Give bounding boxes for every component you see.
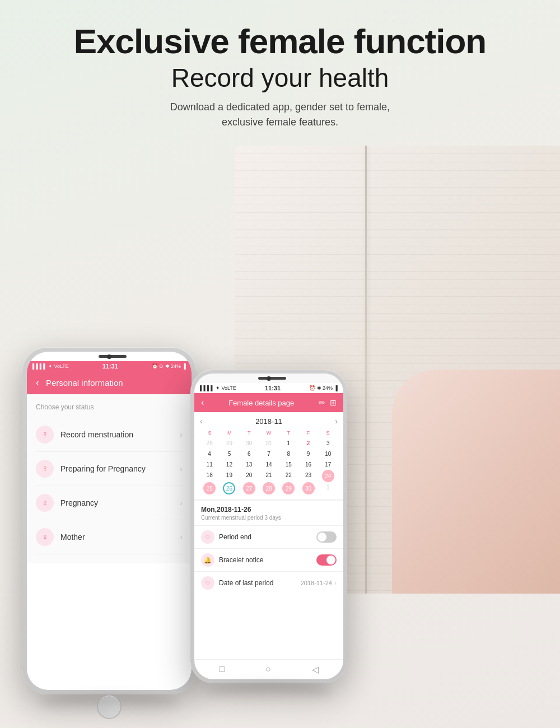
cal-29[interactable]: 29 (220, 438, 239, 449)
cal-next[interactable]: › (335, 417, 338, 426)
back-arrow-1[interactable]: ‹ (36, 377, 39, 389)
cal-13[interactable]: 13 (240, 459, 259, 470)
cal-4[interactable]: 4 (200, 449, 219, 459)
menu-item-pregnancy[interactable]: ♀ Pregnancy › (36, 486, 183, 520)
menu-arrow-preparing: › (180, 464, 183, 473)
speaker-bar (99, 355, 127, 358)
cal-20[interactable]: 20 (240, 470, 259, 482)
cal-3[interactable]: 3 (319, 438, 338, 449)
cal-22[interactable]: 22 (279, 470, 298, 482)
signal-1: ▌▌▌▌ ✦ VoLTE (32, 363, 69, 369)
speaker-bar-2 (258, 377, 286, 380)
preparing-icon: ♀ (36, 460, 54, 478)
nav-square[interactable]: □ (219, 664, 225, 675)
cal-19[interactable]: 19 (220, 470, 239, 482)
detail-header-icons: ✏ ⊞ (319, 398, 337, 407)
share-icon[interactable]: ⊞ (330, 398, 337, 407)
cal-29b[interactable]: 29 (282, 482, 295, 494)
last-period-label: Date of last period (219, 579, 301, 587)
cal-28[interactable]: 28 (200, 438, 219, 449)
cal-27[interactable]: 27 (243, 482, 255, 494)
cal-row-5: 25 26 27 28 29 30 1 (200, 482, 338, 494)
last-period-value: 2018-11-24 (301, 580, 332, 586)
cal-9[interactable]: 9 (298, 449, 318, 459)
day-f: F (298, 430, 318, 436)
cal-days-header: S M T W T F S (200, 430, 338, 436)
bracelet-notice-toggle[interactable] (316, 554, 337, 566)
time-1: 11:31 (102, 363, 118, 370)
day-t2: T (279, 430, 298, 436)
app-header-1: ‹ Personal information (27, 371, 192, 394)
period-end-toggle[interactable] (316, 531, 337, 543)
mother-icon: ♀ (36, 528, 54, 546)
menu-arrow-pregnancy: › (180, 498, 183, 507)
cal-30[interactable]: 30 (240, 438, 259, 449)
cal-7[interactable]: 7 (259, 449, 278, 459)
cal-11[interactable]: 11 (200, 459, 219, 470)
nav-triangle[interactable]: ◁ (312, 664, 319, 675)
cal-row-4: 18 19 20 21 22 23 24 (200, 470, 338, 482)
phone-top-bar-2 (194, 374, 343, 383)
cal-17[interactable]: 17 (319, 459, 338, 470)
menu-item-menstruation[interactable]: ♀ Record menstruation › (36, 418, 183, 452)
icons-1: ⏰ ⊙ ✱ 24% ▐ (152, 363, 186, 369)
status-bar-1: ▌▌▌▌ ✦ VoLTE 11:31 ⏰ ⊙ ✱ 24% ▐ (27, 361, 192, 371)
day-s2: S (318, 430, 338, 436)
cal-18[interactable]: 18 (200, 470, 219, 482)
day-m: M (220, 430, 239, 436)
cal-12[interactable]: 12 (220, 459, 239, 470)
cal-23[interactable]: 23 (298, 470, 318, 482)
cal-26[interactable]: 26 (223, 482, 235, 494)
phone-2: ▌▌▌▌ ✦ VoLTE 11:31 ⏰ ✱ 24% ▐ ‹ Female de… (190, 370, 347, 683)
bracelet-notice-label: Bracelet notice (219, 556, 316, 564)
cal-month: 2018-11 (255, 417, 282, 426)
detail-title: Female details page (204, 399, 319, 407)
cal-1[interactable]: 1 (279, 438, 298, 449)
menstruation-icon: ♀ (36, 426, 54, 444)
description: Download a dedicated app, gender set to … (0, 100, 560, 130)
time-2: 11:31 (265, 385, 281, 391)
bottom-nav: □ ○ ◁ (194, 659, 343, 679)
cal-21[interactable]: 21 (259, 470, 278, 482)
cal-30b[interactable]: 30 (302, 482, 315, 494)
cal-16[interactable]: 16 (298, 459, 318, 470)
cal-5[interactable]: 5 (220, 449, 239, 459)
cal-row-3: 11 12 13 14 15 16 17 (200, 459, 338, 470)
detail-info: Mon,2018-11-26 Current menstrual period … (194, 499, 343, 525)
nav-circle[interactable]: ○ (265, 664, 271, 675)
cal-8[interactable]: 8 (279, 449, 298, 459)
last-period-row[interactable]: ♡ Date of last period 2018-11-24 › (194, 571, 343, 594)
app-content-1: Choose your status ♀ Record menstruation… (27, 394, 192, 563)
cal-28b[interactable]: 28 (263, 482, 275, 494)
cal-1b[interactable]: 1 (319, 482, 338, 494)
phone-2-inner: ▌▌▌▌ ✦ VoLTE 11:31 ⏰ ✱ 24% ▐ ‹ Female de… (194, 374, 343, 679)
cal-row-1: 28 29 30 31 1 2 3 (200, 438, 338, 449)
cal-10[interactable]: 10 (319, 449, 338, 459)
cal-31[interactable]: 31 (259, 438, 278, 449)
menu-item-preparing[interactable]: ♀ Preparing for Pregnancy › (36, 452, 183, 486)
calendar-section: ‹ 2018-11 › S M T W T F S 28 29 30 (194, 412, 343, 499)
edit-icon[interactable]: ✏ (319, 398, 325, 407)
period-end-icon: ♡ (201, 530, 214, 544)
menu-arrow-menstruation: › (180, 430, 183, 439)
bracelet-notice-row: 🔔 Bracelet notice (194, 548, 343, 571)
menu-item-mother[interactable]: ♀ Mother › (36, 520, 183, 554)
day-t1: T (239, 430, 259, 436)
cal-2[interactable]: 2 (298, 438, 318, 449)
cal-row-2: 4 5 6 7 8 9 10 (200, 449, 338, 459)
cal-25[interactable]: 25 (203, 482, 216, 494)
cal-14[interactable]: 14 (259, 459, 278, 470)
phones-area: ▌▌▌▌ ✦ VoLTE 11:31 ⏰ ⊙ ✱ 24% ▐ ‹ Persona… (22, 347, 347, 694)
pregnancy-icon: ♀ (36, 494, 54, 512)
last-period-arrow: › (334, 579, 337, 587)
bracelet-icon: 🔔 (201, 553, 214, 567)
detail-subtext: Current menstrual period 3 days (201, 515, 337, 521)
cal-6[interactable]: 6 (240, 449, 259, 459)
last-period-icon: ♡ (201, 576, 214, 590)
cal-prev[interactable]: ‹ (200, 417, 203, 426)
icons-2: ⏰ ✱ 24% ▐ (309, 385, 338, 391)
cal-24[interactable]: 24 (322, 470, 334, 482)
cal-15[interactable]: 15 (279, 459, 298, 470)
main-title: Exclusive female function (0, 22, 560, 60)
menu-arrow-mother: › (180, 533, 183, 542)
